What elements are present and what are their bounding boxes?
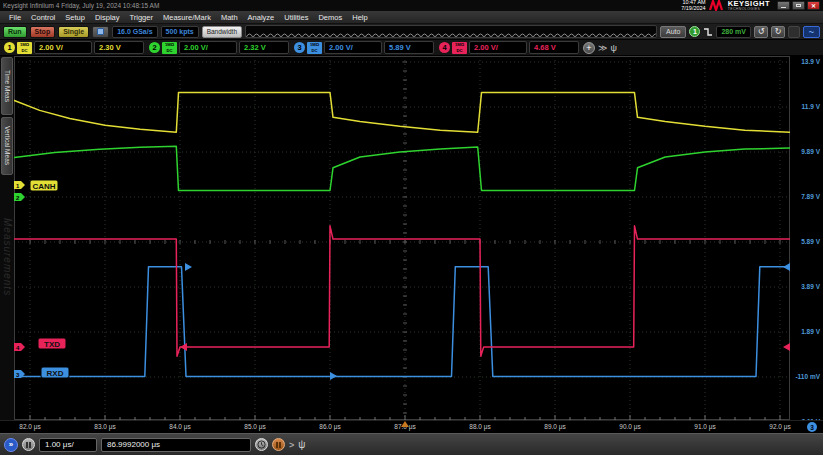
voltage-axis-label: 11.9 V (802, 103, 820, 110)
menu-item[interactable]: Analyze (243, 13, 280, 22)
menu-item[interactable]: Control (26, 13, 60, 22)
horizontal-settings-button[interactable] (22, 438, 35, 451)
timebase-field[interactable]: 1.00 μs/ (39, 438, 97, 452)
clock-icon (257, 440, 266, 449)
waveform-display[interactable]: 1243CANHTXDRXD (14, 56, 790, 420)
time-axis-label: 86.0 μs (310, 423, 350, 430)
voltage-axis-label: 5.89 V (801, 238, 820, 245)
clock-widget[interactable]: 10:47 AM 7/19/2024 (681, 0, 705, 11)
svg-text:TXD: TXD (44, 340, 60, 349)
acquisition-mode-button[interactable] (272, 438, 285, 451)
channel-chip: 4 1MΩ DC 2.00 V/ 4.68 V (438, 41, 580, 54)
menu-item[interactable]: Trigger (124, 13, 157, 22)
channel-chip: 1 1MΩ DC 2.00 V/ 2.30 V (3, 41, 145, 54)
sidebar-tab[interactable]: Vertical Meas (1, 117, 13, 175)
redo-button[interactable]: ↻ (771, 26, 785, 38)
sidebar-tab[interactable]: Time Meas (1, 57, 13, 115)
channel-coupling-badge[interactable]: 1MΩ DC (17, 42, 32, 54)
time-axis-label: 92.0 μs (760, 423, 800, 430)
voltage-axis-label: -110 mV (795, 373, 820, 380)
menu-item[interactable]: Utilities (279, 13, 313, 22)
undo-button[interactable]: ↺ (754, 26, 768, 38)
channel-number-badge[interactable]: 1 (4, 42, 15, 53)
chevron-right-icon[interactable]: > (289, 440, 294, 450)
pause-bar-icon (26, 442, 28, 448)
channel-coupling-badge[interactable]: 1MΩ DC (452, 42, 467, 54)
add-waveform-button[interactable]: + (583, 42, 595, 54)
trigger-time-marker[interactable] (401, 421, 409, 427)
display-settings-button[interactable] (92, 26, 109, 38)
channel-number-badge[interactable]: 3 (294, 42, 305, 53)
run-button[interactable]: Run (3, 26, 27, 38)
channel-coupling: DC (311, 48, 317, 53)
expand-channels-icon[interactable]: ≫ (598, 43, 607, 53)
channel-scale-field[interactable]: 2.00 V/ (179, 41, 237, 54)
svg-text:CANH: CANH (32, 182, 55, 191)
sample-rate-field[interactable]: 16.0 GSa/s (112, 26, 157, 38)
channel-coupling: DC (456, 48, 462, 53)
menu-item[interactable]: Display (90, 13, 125, 22)
clock-date: 7/19/2024 (681, 6, 705, 12)
close-button[interactable]: ✕ (807, 1, 820, 10)
svg-text:RXD: RXD (47, 369, 64, 378)
probe-icon[interactable]: ψ (298, 439, 305, 450)
measurements-watermark: Measurements (2, 218, 13, 296)
display-icon (97, 28, 104, 35)
maximize-button[interactable] (792, 1, 805, 10)
probe-icon[interactable]: ψ (610, 43, 616, 53)
brand-subtitle: TECHNOLOGIES (728, 8, 770, 12)
channel-offset-field[interactable]: 4.68 V (529, 41, 579, 54)
expand-panel-button[interactable]: » (4, 438, 18, 452)
horizontal-position-field[interactable]: 86.9992000 μs (101, 438, 251, 452)
vaxis-channel-badge[interactable]: 3 (807, 422, 817, 432)
menu-item[interactable]: Demos (313, 13, 347, 22)
waveform-tool-button[interactable]: ~ (803, 26, 820, 38)
delay-clock-button[interactable] (255, 438, 268, 451)
trigger-level-field[interactable]: 280 mV (716, 26, 751, 38)
trigger-source-badge[interactable]: 1 (689, 26, 700, 37)
menu-item[interactable]: Help (347, 13, 372, 22)
time-axis: 82.0 μs83.0 μs84.0 μs85.0 μs86.0 μs87.0 … (0, 420, 823, 433)
channel-coupling: DC (166, 48, 172, 53)
bandwidth-button[interactable]: Bandwidth (202, 26, 242, 38)
channel-number-badge[interactable]: 2 (149, 42, 160, 53)
time-axis-label: 89.0 μs (535, 423, 575, 430)
menu-item[interactable]: Measure/Mark (158, 13, 216, 22)
time-axis-label: 90.0 μs (610, 423, 650, 430)
channel-coupling-badge[interactable]: 1MΩ DC (162, 42, 177, 54)
channel-scale-field[interactable]: 2.00 V/ (34, 41, 92, 54)
time-axis-label: 91.0 μs (685, 423, 725, 430)
voltage-axis-label: 7.89 V (801, 193, 820, 200)
time-axis-label: 83.0 μs (85, 423, 125, 430)
channel-scale-field[interactable]: 2.00 V/ (324, 41, 382, 54)
menu-item[interactable]: File (4, 13, 26, 22)
voltage-axis-label: 13.9 V (801, 58, 820, 65)
channel-chip: 2 1MΩ DC 2.00 V/ 2.32 V (148, 41, 290, 54)
channel-number-badge[interactable]: 4 (439, 42, 450, 53)
status-bar: » 1.00 μs/ 86.9992000 μs > ψ (0, 433, 823, 455)
infiniium-window: Keysight Infiniium 4 Friday, July 19, 20… (0, 0, 823, 455)
brand-block: KEYSIGHT TECHNOLOGIES (728, 0, 770, 11)
channel-offset-field[interactable]: 5.89 V (384, 41, 434, 54)
menu-item[interactable]: Math (216, 13, 243, 22)
channel-chip: 3 1MΩ DC 2.00 V/ 5.89 V (293, 41, 435, 54)
auto-trigger-button[interactable]: Auto (660, 26, 686, 38)
channel-bar: 1 1MΩ DC 2.00 V/ 2.30 V 2 1MΩ DC 2.00 V/ (0, 40, 823, 56)
acquisition-preview-strip[interactable] (245, 25, 657, 38)
memory-depth-field[interactable]: 500 kpts (161, 26, 199, 38)
voltage-axis: 13.9 V11.9 V9.89 V7.89 V5.89 V3.89 V1.89… (790, 56, 823, 420)
title-bar: Keysight Infiniium 4 Friday, July 19, 20… (0, 0, 823, 11)
single-button[interactable]: Single (58, 26, 89, 38)
stop-button[interactable]: Stop (30, 26, 56, 38)
time-axis-label: 82.0 μs (10, 423, 50, 430)
channel-offset-field[interactable]: 2.32 V (239, 41, 289, 54)
channel-coupling: DC (21, 48, 27, 53)
menu-item[interactable]: Setup (60, 13, 90, 22)
minimize-button[interactable] (777, 1, 790, 10)
channel-scale-field[interactable]: 2.00 V/ (469, 41, 527, 54)
channel-offset-field[interactable]: 2.30 V (94, 41, 144, 54)
time-axis-label: 85.0 μs (235, 423, 275, 430)
channel-coupling-badge[interactable]: 1MΩ DC (307, 42, 322, 54)
scope-main: Time MeasVertical Meas Measurements 1243… (0, 56, 823, 420)
trigger-edge-icon[interactable] (703, 27, 713, 37)
